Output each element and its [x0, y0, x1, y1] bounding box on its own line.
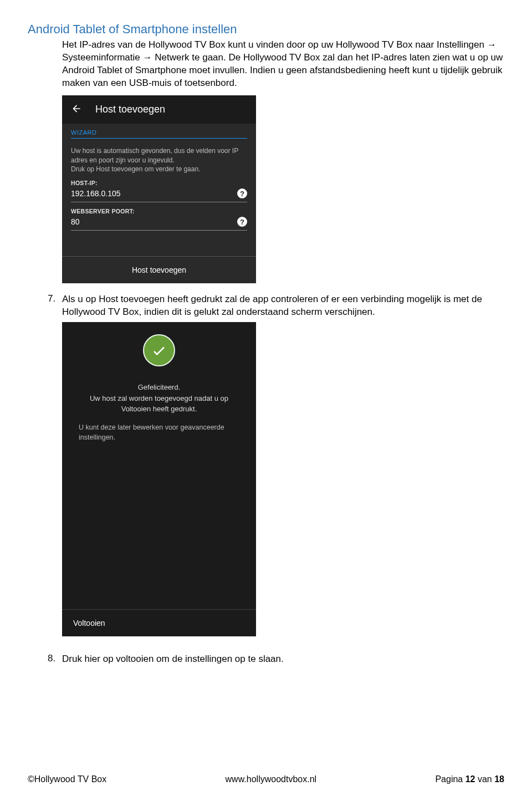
voltooien-screenshot: Gefeliciteerd. Uw host zal worden toegev… — [62, 322, 256, 636]
footer-copyright: ©Hollywood TV Box — [28, 774, 106, 784]
edit-later-text: U kunt deze later bewerken voor geavance… — [62, 415, 256, 443]
webserver-port-value: 80 — [71, 217, 233, 226]
step-text: Druk hier op voltooien om de instellinge… — [62, 653, 284, 666]
screenshot-titlebar: Host toevoegen — [62, 95, 256, 124]
wizard-label: WIZARD — [71, 129, 247, 136]
footer-url: www.hollywoodtvbox.nl — [226, 774, 317, 784]
question-mark-icon: ? — [237, 188, 247, 198]
step-number: 7. — [48, 293, 62, 319]
page-footer: ©Hollywood TV Box www.hollywoodtvbox.nl … — [28, 774, 504, 784]
wizard-help-text: Uw host is automatisch gevonden, dus de … — [71, 146, 247, 174]
host-toevoegen-button: Host toevoegen — [62, 257, 256, 283]
step-8: 8. Druk hier op voltooien om de instelli… — [48, 653, 504, 666]
step-7: 7. Als u op Host toevoegen heeft gedrukt… — [48, 293, 504, 319]
congrats-text: Gefeliciteerd. Uw host zal worden toegev… — [62, 382, 256, 415]
intro-paragraph: Het IP-adres van de Hollywood TV Box kun… — [62, 39, 504, 90]
screenshot-title: Host toevoegen — [95, 104, 165, 115]
step-text: Als u op Host toevoegen heeft gedrukt za… — [62, 293, 504, 319]
footer-pagination: Pagina 12 van 18 — [435, 774, 504, 784]
section-heading: Android Tablet of Smartphone instellen — [28, 22, 504, 37]
host-ip-value: 192.168.0.105 — [71, 189, 233, 198]
voltooien-button: Voltooien — [62, 609, 256, 636]
back-arrow-icon — [71, 103, 82, 116]
host-ip-label: HOST-IP: — [71, 180, 247, 186]
question-mark-icon: ? — [237, 217, 247, 227]
step-number: 8. — [48, 653, 62, 666]
success-check-icon — [143, 334, 175, 366]
host-toevoegen-screenshot: Host toevoegen WIZARD Uw host is automat… — [62, 95, 256, 283]
webserver-port-label: WEBSERVER POORT: — [71, 208, 247, 215]
